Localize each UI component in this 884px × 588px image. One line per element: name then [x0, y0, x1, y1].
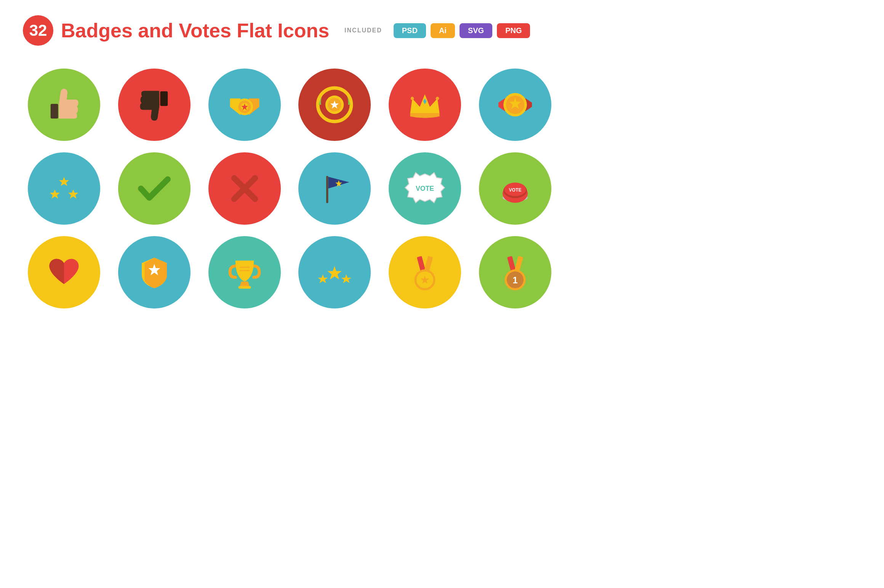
icon-crown	[389, 69, 461, 141]
icon-shield-star	[118, 236, 191, 308]
icon-checkmark	[118, 152, 191, 225]
svg-rect-39	[424, 256, 433, 272]
icon-thumbs-down	[118, 69, 191, 141]
badge-svg: SVG	[460, 23, 492, 38]
format-badges: PSD Ai SVG PNG	[394, 23, 530, 38]
header: 32 Badges and Votes Flat Icons INCLUDED …	[23, 15, 861, 46]
icon-star-award	[479, 69, 551, 141]
icon-medal-ribbon	[208, 69, 281, 141]
svg-marker-22	[68, 189, 78, 198]
badge-png: PNG	[497, 23, 530, 38]
svg-rect-44	[514, 256, 523, 272]
badge-ai: Ai	[431, 23, 455, 38]
svg-rect-1	[160, 91, 168, 106]
icon-thumbs-up	[28, 69, 100, 141]
svg-point-14	[436, 97, 439, 100]
svg-text:VOTE: VOTE	[509, 187, 521, 193]
icon-shooting-stars	[298, 236, 371, 308]
svg-rect-23	[326, 176, 328, 203]
svg-text:1: 1	[512, 275, 517, 285]
svg-point-13	[411, 97, 414, 100]
svg-text:VOTE: VOTE	[416, 185, 434, 192]
svg-rect-38	[417, 256, 426, 272]
number-badge: 32	[23, 15, 53, 46]
icon-star-flag	[298, 152, 371, 225]
svg-marker-37	[341, 275, 351, 283]
included-label: INCLUDED	[344, 27, 382, 34]
icon-number1-medal: 1	[479, 236, 551, 308]
icon-vote-button: VOTE	[479, 152, 551, 225]
icon-trophy	[208, 236, 281, 308]
icon-heart	[28, 236, 100, 308]
svg-marker-35	[318, 275, 328, 283]
icon-vote-badge: VOTE	[389, 152, 461, 225]
badge-psd: PSD	[394, 23, 426, 38]
icon-x-mark	[208, 152, 281, 225]
svg-rect-43	[507, 256, 516, 272]
svg-rect-0	[51, 104, 58, 119]
svg-rect-32	[238, 286, 251, 289]
icon-laurel-medal	[298, 69, 371, 141]
icon-gold-medal	[389, 236, 461, 308]
svg-marker-21	[50, 189, 60, 198]
page-container: 32 Badges and Votes Flat Icons INCLUDED …	[23, 15, 861, 308]
icon-three-stars	[28, 152, 100, 225]
svg-marker-20	[59, 177, 69, 186]
icons-grid: VOTE VOTE	[23, 69, 556, 308]
svg-marker-36	[328, 266, 342, 280]
page-title: Badges and Votes Flat Icons	[61, 19, 329, 42]
